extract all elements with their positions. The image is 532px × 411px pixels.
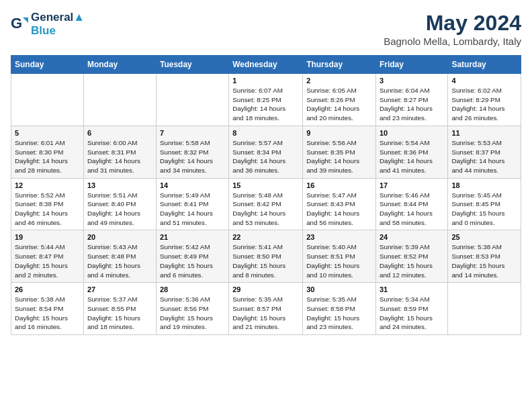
day-cell: 17Sunrise: 5:46 AM Sunset: 8:44 PM Dayli…	[375, 178, 447, 230]
day-info: Sunrise: 5:38 AM Sunset: 8:54 PM Dayligh…	[15, 295, 80, 332]
day-number: 13	[87, 181, 152, 189]
day-number: 3	[380, 77, 444, 85]
week-row-1: 1Sunrise: 6:07 AM Sunset: 8:25 PM Daylig…	[11, 74, 521, 126]
day-number: 14	[160, 181, 225, 189]
day-info: Sunrise: 5:39 AM Sunset: 8:52 PM Dayligh…	[380, 242, 444, 279]
day-info: Sunrise: 6:04 AM Sunset: 8:27 PM Dayligh…	[380, 86, 444, 123]
day-info: Sunrise: 5:47 AM Sunset: 8:43 PM Dayligh…	[306, 191, 372, 228]
day-cell: 10Sunrise: 5:54 AM Sunset: 8:36 PM Dayli…	[375, 126, 447, 178]
day-cell	[156, 74, 228, 126]
day-number: 9	[306, 129, 372, 137]
logo: G General▲ Blue	[11, 11, 85, 38]
day-cell: 26Sunrise: 5:38 AM Sunset: 8:54 PM Dayli…	[11, 283, 84, 335]
week-row-4: 19Sunrise: 5:44 AM Sunset: 8:47 PM Dayli…	[11, 230, 521, 283]
day-number: 4	[451, 77, 517, 85]
day-cell: 2Sunrise: 6:05 AM Sunset: 8:26 PM Daylig…	[303, 74, 376, 126]
day-cell: 27Sunrise: 5:37 AM Sunset: 8:55 PM Dayli…	[83, 283, 156, 335]
day-cell: 18Sunrise: 5:45 AM Sunset: 8:45 PM Dayli…	[448, 178, 521, 230]
day-number: 31	[380, 285, 444, 293]
day-info: Sunrise: 6:07 AM Sunset: 8:25 PM Dayligh…	[232, 86, 299, 123]
day-number: 19	[15, 233, 80, 241]
day-number: 5	[15, 129, 80, 137]
day-info: Sunrise: 5:57 AM Sunset: 8:34 PM Dayligh…	[232, 138, 299, 175]
day-info: Sunrise: 5:49 AM Sunset: 8:41 PM Dayligh…	[160, 191, 225, 228]
day-info: Sunrise: 5:44 AM Sunset: 8:47 PM Dayligh…	[15, 242, 80, 279]
day-cell: 8Sunrise: 5:57 AM Sunset: 8:34 PM Daylig…	[229, 126, 303, 178]
day-number: 20	[87, 233, 152, 241]
day-cell: 9Sunrise: 5:56 AM Sunset: 8:35 PM Daylig…	[303, 126, 376, 178]
day-number: 17	[380, 181, 444, 189]
day-info: Sunrise: 6:01 AM Sunset: 8:30 PM Dayligh…	[15, 138, 80, 175]
day-number: 29	[232, 285, 299, 293]
day-number: 30	[306, 285, 372, 293]
month-title: May 2024	[384, 11, 521, 36]
day-info: Sunrise: 5:51 AM Sunset: 8:40 PM Dayligh…	[87, 191, 152, 228]
day-number: 22	[232, 233, 299, 241]
day-info: Sunrise: 5:36 AM Sunset: 8:56 PM Dayligh…	[160, 295, 225, 332]
day-number: 28	[160, 285, 225, 293]
day-cell: 15Sunrise: 5:48 AM Sunset: 8:42 PM Dayli…	[229, 178, 303, 230]
day-number: 23	[306, 233, 372, 241]
day-info: Sunrise: 5:53 AM Sunset: 8:37 PM Dayligh…	[451, 138, 517, 175]
day-info: Sunrise: 5:40 AM Sunset: 8:51 PM Dayligh…	[306, 242, 372, 279]
day-number: 18	[451, 181, 517, 189]
day-cell: 22Sunrise: 5:41 AM Sunset: 8:50 PM Dayli…	[229, 230, 303, 283]
day-info: Sunrise: 5:56 AM Sunset: 8:35 PM Dayligh…	[306, 138, 372, 175]
calendar-table: SundayMondayTuesdayWednesdayThursdayFrid…	[11, 55, 521, 335]
header-thursday: Thursday	[303, 56, 376, 74]
day-number: 26	[15, 285, 80, 293]
day-number: 15	[232, 181, 299, 189]
day-cell	[83, 74, 156, 126]
header-monday: Monday	[83, 56, 156, 74]
day-cell: 12Sunrise: 5:52 AM Sunset: 8:38 PM Dayli…	[11, 178, 84, 230]
header-saturday: Saturday	[448, 56, 521, 74]
day-info: Sunrise: 5:35 AM Sunset: 8:57 PM Dayligh…	[232, 295, 299, 332]
day-number: 1	[232, 77, 299, 85]
day-cell: 29Sunrise: 5:35 AM Sunset: 8:57 PM Dayli…	[229, 283, 303, 335]
day-number: 2	[306, 77, 372, 85]
day-cell: 24Sunrise: 5:39 AM Sunset: 8:52 PM Dayli…	[375, 230, 447, 283]
day-number: 25	[451, 233, 517, 241]
day-cell: 14Sunrise: 5:49 AM Sunset: 8:41 PM Dayli…	[156, 178, 228, 230]
day-info: Sunrise: 5:58 AM Sunset: 8:32 PM Dayligh…	[160, 138, 225, 175]
day-cell: 13Sunrise: 5:51 AM Sunset: 8:40 PM Dayli…	[83, 178, 156, 230]
day-info: Sunrise: 5:34 AM Sunset: 8:59 PM Dayligh…	[380, 295, 444, 332]
day-number: 27	[87, 285, 152, 293]
header-wednesday: Wednesday	[229, 56, 303, 74]
day-cell: 6Sunrise: 6:00 AM Sunset: 8:31 PM Daylig…	[83, 126, 156, 178]
day-cell: 5Sunrise: 6:01 AM Sunset: 8:30 PM Daylig…	[11, 126, 84, 178]
day-number: 12	[15, 181, 80, 189]
day-info: Sunrise: 5:41 AM Sunset: 8:50 PM Dayligh…	[232, 242, 299, 279]
day-info: Sunrise: 5:48 AM Sunset: 8:42 PM Dayligh…	[232, 191, 299, 228]
week-row-3: 12Sunrise: 5:52 AM Sunset: 8:38 PM Dayli…	[11, 178, 521, 230]
day-info: Sunrise: 6:02 AM Sunset: 8:29 PM Dayligh…	[451, 86, 517, 123]
svg-marker-1	[23, 17, 28, 23]
day-cell: 30Sunrise: 5:35 AM Sunset: 8:58 PM Dayli…	[303, 283, 376, 335]
week-row-2: 5Sunrise: 6:01 AM Sunset: 8:30 PM Daylig…	[11, 126, 521, 178]
day-cell: 16Sunrise: 5:47 AM Sunset: 8:43 PM Dayli…	[303, 178, 376, 230]
day-cell: 23Sunrise: 5:40 AM Sunset: 8:51 PM Dayli…	[303, 230, 376, 283]
day-number: 6	[87, 129, 152, 137]
day-cell: 28Sunrise: 5:36 AM Sunset: 8:56 PM Dayli…	[156, 283, 228, 335]
header-row: SundayMondayTuesdayWednesdayThursdayFrid…	[11, 56, 521, 74]
header-sunday: Sunday	[11, 56, 84, 74]
day-info: Sunrise: 5:52 AM Sunset: 8:38 PM Dayligh…	[15, 191, 80, 228]
logo-line1: General▲	[31, 11, 85, 24]
day-info: Sunrise: 5:42 AM Sunset: 8:49 PM Dayligh…	[160, 242, 225, 279]
day-info: Sunrise: 5:37 AM Sunset: 8:55 PM Dayligh…	[87, 295, 152, 332]
location: Bagnolo Mella, Lombardy, Italy	[384, 36, 521, 47]
day-number: 16	[306, 181, 372, 189]
day-cell: 19Sunrise: 5:44 AM Sunset: 8:47 PM Dayli…	[11, 230, 84, 283]
day-cell: 7Sunrise: 5:58 AM Sunset: 8:32 PM Daylig…	[156, 126, 228, 178]
day-info: Sunrise: 5:45 AM Sunset: 8:45 PM Dayligh…	[451, 191, 517, 228]
page-header: G General▲ Blue May 2024 Bagnolo Mella, …	[11, 11, 521, 47]
day-info: Sunrise: 5:46 AM Sunset: 8:44 PM Dayligh…	[380, 191, 444, 228]
day-number: 11	[451, 129, 517, 137]
day-info: Sunrise: 5:38 AM Sunset: 8:53 PM Dayligh…	[451, 242, 517, 279]
day-cell: 1Sunrise: 6:07 AM Sunset: 8:25 PM Daylig…	[229, 74, 303, 126]
day-info: Sunrise: 6:05 AM Sunset: 8:26 PM Dayligh…	[306, 86, 372, 123]
week-row-5: 26Sunrise: 5:38 AM Sunset: 8:54 PM Dayli…	[11, 283, 521, 335]
day-number: 10	[380, 129, 444, 137]
day-number: 21	[160, 233, 225, 241]
day-cell: 3Sunrise: 6:04 AM Sunset: 8:27 PM Daylig…	[375, 74, 447, 126]
